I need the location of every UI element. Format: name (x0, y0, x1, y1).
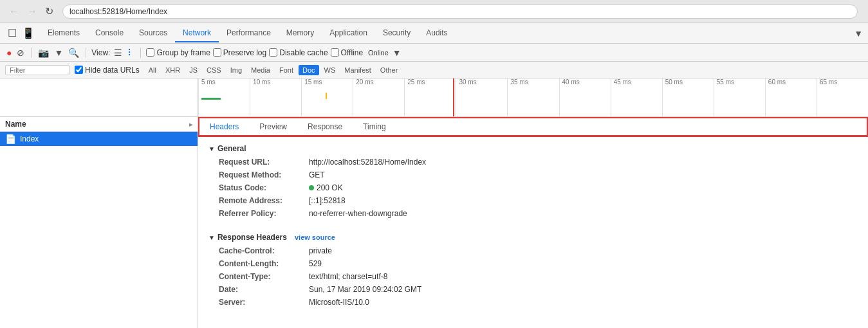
online-label: Online (368, 49, 389, 57)
tab-sources[interactable]: Sources (131, 24, 175, 42)
tick-15ms: 15 ms (301, 78, 353, 116)
tab-security[interactable]: Security (375, 24, 418, 42)
group-by-frame-input[interactable] (146, 48, 154, 57)
tab-response[interactable]: Response (297, 118, 353, 135)
filter-other[interactable]: Other (376, 65, 402, 75)
tab-headers[interactable]: Headers (199, 118, 249, 135)
filter-input[interactable] (5, 65, 69, 75)
request-url-row: Request URL: http://localhost:52818/Home… (198, 156, 868, 169)
filter-media[interactable]: Media (247, 65, 274, 75)
document-icon: 📄 (5, 134, 16, 144)
date-value: Sun, 17 Mar 2019 09:24:02 GMT (309, 285, 421, 294)
toolbar-separator-2 (86, 48, 86, 58)
server-key: Server: (219, 298, 309, 307)
remote-address-key: Remote Address: (219, 196, 309, 205)
response-headers-header: ▼ Response Headers view source (198, 230, 868, 244)
back-button[interactable]: ← (5, 5, 23, 19)
filter-xhr[interactable]: XHR (162, 65, 184, 75)
name-col-title: Name (5, 120, 26, 129)
server-value: Microsoft-IIS/10.0 (309, 298, 369, 307)
tab-application[interactable]: Application (322, 24, 375, 42)
request-method-key: Request Method: (219, 170, 309, 179)
tab-elements[interactable]: Elements (40, 24, 88, 42)
filter-css[interactable]: CSS (203, 65, 225, 75)
tab-memory[interactable]: Memory (279, 24, 322, 42)
tick-40ms: 40 ms (559, 78, 611, 116)
resize-handle[interactable]: ▸ (189, 121, 192, 128)
device-icon[interactable]: 📱 (19, 26, 40, 41)
inspect-icon[interactable]: ☐ (5, 26, 19, 41)
status-code-row: Status Code: 200 OK (198, 181, 868, 194)
status-code-key: Status Code: (219, 183, 309, 192)
filter-all[interactable]: All (145, 65, 160, 75)
cache-control-key: Cache-Control: (219, 246, 309, 255)
date-row: Date: Sun, 17 Mar 2019 09:24:02 GMT (198, 283, 868, 296)
filter-manifest[interactable]: Manifest (340, 65, 375, 75)
more-tabs-icon[interactable]: ▼ (854, 28, 863, 39)
search-button[interactable]: 🔍 (67, 46, 80, 59)
request-method-row: Request Method: GET (198, 169, 868, 181)
devtools-panel: ☐ 📱 Elements Console Sources Network Per… (0, 23, 868, 328)
offline-input[interactable] (331, 48, 339, 57)
filter-row: Hide data URLs All XHR JS CSS Img Media … (0, 62, 868, 78)
response-headers-section: ▼ Response Headers view source Cache-Con… (198, 225, 868, 314)
tab-timing[interactable]: Timing (353, 118, 396, 135)
remote-address-value: [::1]:52818 (309, 196, 346, 205)
main-content: Name ▸ 📄 Index Headers Preview Response … (0, 117, 868, 328)
detail-panel: Headers Preview Response Timing ▼ Genera… (198, 117, 868, 328)
timeline-yellow-marker (326, 93, 327, 99)
view-waterfall-icon[interactable]: ⠇ (126, 46, 135, 59)
reload-button[interactable]: ↻ (41, 4, 57, 19)
filter-img[interactable]: Img (226, 65, 246, 75)
tab-audits[interactable]: Audits (418, 24, 455, 42)
tick-20ms: 20 ms (353, 78, 404, 116)
tab-network[interactable]: Network (175, 24, 219, 42)
view-list-icon[interactable]: ☰ (113, 46, 124, 59)
filter-doc[interactable]: Doc (299, 65, 319, 75)
timeline-area: 5 ms 10 ms 15 ms 20 ms 25 ms 30 ms 35 ms… (0, 78, 868, 117)
filter-ws[interactable]: WS (320, 65, 340, 75)
tick-50ms: 50 ms (662, 78, 714, 116)
throttle-dropdown[interactable]: ▼ (391, 46, 403, 59)
timeline-green-bar (201, 98, 221, 100)
preserve-log-input[interactable] (213, 48, 221, 57)
status-dot (309, 185, 314, 190)
stop-button[interactable]: ⊘ (15, 46, 26, 59)
disable-cache-checkbox[interactable]: Disable cache (269, 48, 328, 57)
tab-performance[interactable]: Performance (219, 24, 279, 42)
filter-js[interactable]: JS (185, 65, 201, 75)
forward-button[interactable]: → (23, 5, 41, 19)
referrer-policy-value: no-referrer-when-downgrade (309, 209, 407, 218)
hide-data-urls-input[interactable] (75, 66, 83, 74)
offline-checkbox[interactable]: Offline (331, 48, 363, 57)
triangle-icon: ▼ (208, 145, 215, 152)
disable-cache-input[interactable] (269, 48, 277, 57)
address-bar[interactable]: localhost:52818/Home/Index (62, 5, 858, 19)
timeline-ticks: 5 ms 10 ms 15 ms 20 ms 25 ms 30 ms 35 ms… (198, 78, 868, 116)
tab-preview[interactable]: Preview (249, 118, 297, 135)
tab-console[interactable]: Console (88, 24, 131, 42)
hide-data-urls-checkbox[interactable]: Hide data URLs (75, 66, 140, 75)
preserve-log-checkbox[interactable]: Preserve log (213, 48, 266, 57)
list-item-index[interactable]: 📄 Index (0, 132, 198, 146)
view-source-link[interactable]: view source (295, 233, 335, 241)
devtools-toolbar: ● ⊘ 📷 ▼ 🔍 View: ☰ ⠇ Group by frame Prese… (0, 44, 868, 62)
group-by-frame-checkbox[interactable]: Group by frame (146, 48, 210, 57)
timeline-chart: 5 ms 10 ms 15 ms 20 ms 25 ms 30 ms 35 ms… (198, 78, 868, 116)
camera-button[interactable]: 📷 (37, 46, 50, 59)
tick-10ms: 10 ms (250, 78, 301, 116)
filter-font[interactable]: Font (275, 65, 297, 75)
toolbar-separator-1 (31, 48, 32, 58)
referrer-policy-key: Referrer Policy: (219, 209, 309, 218)
date-key: Date: (219, 285, 309, 294)
filter-button[interactable]: ▼ (53, 46, 64, 59)
tick-35ms: 35 ms (507, 78, 559, 116)
view-label: View: (91, 48, 110, 57)
filter-type-list: All XHR JS CSS Img Media Font Doc WS Man… (145, 65, 402, 75)
record-button[interactable]: ● (5, 46, 13, 59)
tick-65ms: 65 ms (817, 78, 868, 116)
name-panel: Name ▸ 📄 Index (0, 117, 198, 328)
content-type-key: Content-Type: (219, 272, 309, 281)
general-title: General (217, 144, 246, 153)
response-headers-title: Response Headers (217, 233, 287, 242)
